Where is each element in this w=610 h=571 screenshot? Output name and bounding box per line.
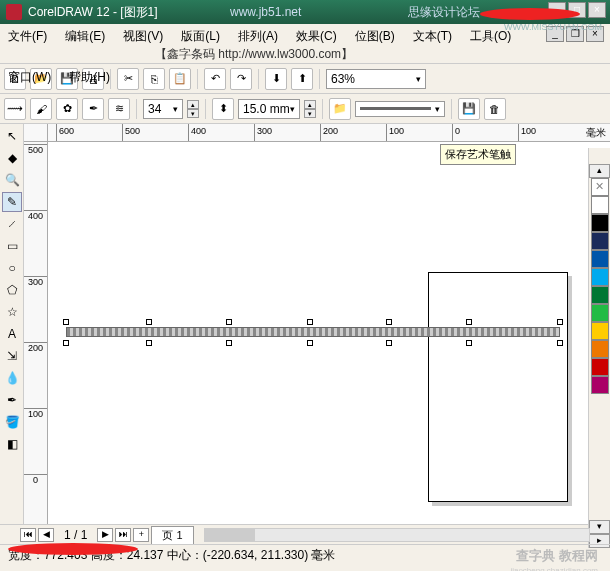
node-handle[interactable] <box>386 319 392 325</box>
next-page-button[interactable]: ▶ <box>97 528 113 542</box>
stroke-preset-combo[interactable] <box>355 101 445 117</box>
width-icon: ⬍ <box>212 98 234 120</box>
color-swatch[interactable] <box>591 232 609 250</box>
menu-layout[interactable]: 版面(L) <box>177 26 224 47</box>
ruler-origin[interactable] <box>24 124 48 142</box>
width-spinner[interactable]: ▴▾ <box>304 100 316 118</box>
smart-draw-tool[interactable]: ⟋ <box>2 214 22 234</box>
selected-artistic-stroke[interactable] <box>66 327 560 337</box>
color-swatch[interactable] <box>591 268 609 286</box>
copy-button[interactable]: ⎘ <box>143 68 165 90</box>
node-handle[interactable] <box>466 319 472 325</box>
color-swatch[interactable] <box>591 376 609 394</box>
smoothing-combo[interactable]: 34 <box>143 99 183 119</box>
import-button[interactable]: ⬇ <box>265 68 287 90</box>
canvas[interactable]: 保存艺术笔触 <box>48 142 610 524</box>
menu-bitmap[interactable]: 位图(B) <box>351 26 399 47</box>
menu-extra-link[interactable]: 【鑫字条码 http://www.lw3000.com】 <box>155 46 353 63</box>
color-swatch[interactable] <box>591 286 609 304</box>
selection-handle[interactable] <box>307 319 313 325</box>
last-page-button[interactable]: ⏭ <box>115 528 131 542</box>
sprayer-mode-button[interactable]: ✿ <box>56 98 78 120</box>
text-tool[interactable]: A <box>2 324 22 344</box>
node-handle[interactable] <box>226 340 232 346</box>
cut-button[interactable]: ✂ <box>117 68 139 90</box>
ruler-tick: 100 <box>24 408 47 419</box>
polygon-tool[interactable]: ⬠ <box>2 280 22 300</box>
toolbox: ↖ ◆ 🔍 ✎ ⟋ ▭ ○ ⬠ ☆ A ⇲ 💧 ✒ 🪣 ◧ <box>0 124 24 524</box>
annotation-top <box>480 8 580 20</box>
shape-tool[interactable]: ◆ <box>2 148 22 168</box>
freehand-tool[interactable]: ✎ <box>2 192 22 212</box>
close-button[interactable]: × <box>588 2 606 18</box>
node-handle[interactable] <box>386 340 392 346</box>
node-handle[interactable] <box>226 319 232 325</box>
brush-mode-button[interactable]: 🖌 <box>30 98 52 120</box>
pressure-mode-button[interactable]: ≋ <box>108 98 130 120</box>
node-handle[interactable] <box>146 340 152 346</box>
missyuan-watermark: WWW.MISSYUAN.COM <box>504 22 602 32</box>
save-stroke-button[interactable]: 💾 <box>458 98 480 120</box>
menu-arrange[interactable]: 排列(A) <box>234 26 282 47</box>
rectangle-tool[interactable]: ▭ <box>2 236 22 256</box>
first-page-button[interactable]: ⏮ <box>20 528 36 542</box>
undo-button[interactable]: ↶ <box>204 68 226 90</box>
color-swatch[interactable] <box>591 358 609 376</box>
calligraphy-mode-button[interactable]: ✒ <box>82 98 104 120</box>
ruler-horizontal[interactable]: 600 500 400 300 200 100 0 100 毫米 <box>48 124 610 142</box>
redo-button[interactable]: ↷ <box>230 68 252 90</box>
page-tab-1[interactable]: 页 1 <box>151 526 193 544</box>
color-swatch[interactable] <box>591 304 609 322</box>
menu-window[interactable]: 窗口(W) <box>4 67 55 88</box>
selection-handle[interactable] <box>63 319 69 325</box>
ellipse-tool[interactable]: ○ <box>2 258 22 278</box>
ruler-tick: 300 <box>24 276 47 287</box>
ruler-tick: 400 <box>188 124 206 141</box>
menu-view[interactable]: 视图(V) <box>119 26 167 47</box>
eyedropper-tool[interactable]: 💧 <box>2 368 22 388</box>
swatch-none[interactable] <box>591 178 609 196</box>
tooltip-save-stroke: 保存艺术笔触 <box>440 144 516 165</box>
color-swatch[interactable] <box>591 322 609 340</box>
basic-shapes-tool[interactable]: ☆ <box>2 302 22 322</box>
color-swatch[interactable] <box>591 340 609 358</box>
add-page-button[interactable]: + <box>133 528 149 542</box>
selection-handle[interactable] <box>557 319 563 325</box>
color-swatch[interactable] <box>591 196 609 214</box>
color-swatch[interactable] <box>591 214 609 232</box>
menu-help[interactable]: 帮助(H) <box>65 67 114 88</box>
preset-mode-button[interactable]: ⟿ <box>4 98 26 120</box>
interactive-blend-tool[interactable]: ⇲ <box>2 346 22 366</box>
pick-tool[interactable]: ↖ <box>2 126 22 146</box>
node-handle[interactable] <box>466 340 472 346</box>
zoom-combo[interactable]: 63% <box>326 69 426 89</box>
interactive-fill-tool[interactable]: ◧ <box>2 434 22 454</box>
smoothing-spinner[interactable]: ▴▾ <box>187 100 199 118</box>
zoom-tool[interactable]: 🔍 <box>2 170 22 190</box>
hscroll-thumb[interactable] <box>205 529 255 541</box>
color-swatch[interactable] <box>591 250 609 268</box>
selection-handle[interactable] <box>63 340 69 346</box>
horizontal-scrollbar[interactable] <box>204 528 590 542</box>
ruler-vertical[interactable]: 500 400 300 200 100 0 <box>24 142 48 524</box>
delete-stroke-button[interactable]: 🗑 <box>484 98 506 120</box>
outline-tool[interactable]: ✒ <box>2 390 22 410</box>
export-button[interactable]: ⬆ <box>291 68 313 90</box>
menu-file[interactable]: 文件(F) <box>4 26 51 47</box>
menu-effects[interactable]: 效果(C) <box>292 26 341 47</box>
menu-edit[interactable]: 编辑(E) <box>61 26 109 47</box>
ruler-tick: 0 <box>452 124 460 141</box>
ruler-tick: 600 <box>56 124 74 141</box>
node-handle[interactable] <box>146 319 152 325</box>
browse-preset-button[interactable]: 📁 <box>329 98 351 120</box>
selection-handle[interactable] <box>557 340 563 346</box>
menu-text[interactable]: 文本(T) <box>409 26 456 47</box>
fill-tool[interactable]: 🪣 <box>2 412 22 432</box>
paste-button[interactable]: 📋 <box>169 68 191 90</box>
palette-up-button[interactable]: ▴ <box>589 164 610 178</box>
stroke-width-combo[interactable]: 15.0 mm <box>238 99 300 119</box>
prev-page-button[interactable]: ◀ <box>38 528 54 542</box>
selection-handle[interactable] <box>307 340 313 346</box>
watermark-main: 查字典 教程网 <box>516 547 598 565</box>
ruler-tick: 100 <box>386 124 404 141</box>
